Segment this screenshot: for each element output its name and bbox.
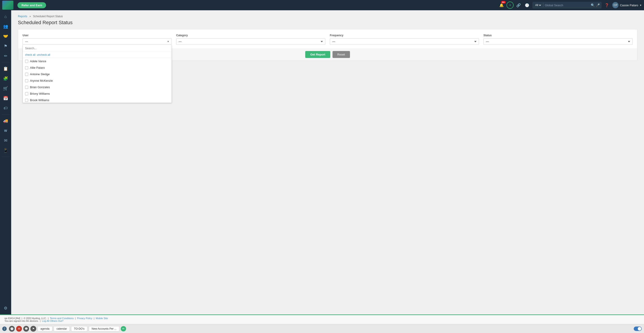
taskbar-calendar-btn[interactable]: calendar — [54, 326, 70, 331]
sidebar: ⌂ 👥 🤝 ⚑ ✏ 📋 🧩 🛒 📅 🏷 🚚 W ✉ 📱 ⚙ — [0, 10, 11, 314]
dropdown-checkbox[interactable] — [25, 60, 28, 63]
voice-search-icon[interactable]: 🎤 — [596, 3, 600, 7]
sidebar-item-truck[interactable]: 🚚 — [1, 116, 10, 125]
status-filter-label: Status — [484, 34, 632, 37]
dropdown-item[interactable]: Arynne McKenzie — [23, 77, 172, 84]
footer-log-out-link[interactable]: Log All Others Out? — [42, 319, 64, 322]
dropdown-item-label: Brook Williams — [30, 99, 49, 102]
reset-button[interactable]: Reset — [332, 51, 350, 58]
dropdown-checkbox[interactable] — [25, 99, 28, 102]
notification-badge: 99+ — [501, 1, 506, 4]
user-select-value: — — [25, 40, 28, 43]
sidebar-divider-3 — [2, 157, 10, 157]
sidebar-divider-2 — [2, 114, 10, 115]
dropdown-item-label: Antoine Sledge — [30, 73, 50, 76]
taskbar-badge: 2 — [2, 326, 7, 331]
link-icon-btn[interactable]: 🔗 — [515, 2, 522, 9]
frequency-filter-label: Frequency — [330, 34, 479, 37]
user-dropdown-arrow-icon: ▼ — [167, 40, 169, 43]
sidebar-item-home[interactable]: ⌂ — [1, 12, 10, 21]
taskbar-edit-icon[interactable]: ✏ — [121, 326, 126, 331]
taskbar-clock-icon[interactable]: 🕐 — [9, 326, 15, 332]
taskbar: 2 🕐 ✉ 💬 ⚑ agenda calendar TO-DO's New Ac… — [0, 324, 644, 333]
dropdown-checkbox[interactable] — [25, 92, 28, 95]
taskbar-flag-icon[interactable]: ⚑ — [30, 326, 36, 332]
sidebar-item-reports[interactable]: 📋 — [1, 64, 10, 73]
footer-privacy-link[interactable]: Privacy Policy — [77, 317, 92, 319]
sidebar-item-settings[interactable]: ⚙ — [1, 304, 10, 313]
sidebar-item-tags[interactable]: 🏷 — [1, 104, 10, 113]
search-divider — [543, 3, 544, 7]
dropdown-item[interactable]: Adele Vance — [23, 58, 172, 65]
header-icons: 🔔 99+ + 🔗 🕐 — [498, 2, 531, 9]
footer-line-2: You are signed into 66 devices. | Log Al… — [4, 319, 640, 322]
search-scope-select[interactable]: All — [534, 3, 542, 7]
breadcrumb-separator: » — [29, 15, 31, 18]
sidebar-item-web[interactable]: W — [1, 126, 10, 135]
sidebar-item-flag[interactable]: ⚑ — [1, 42, 10, 51]
check-all-link[interactable]: check all — [25, 53, 36, 56]
dropdown-item-label: Brian Gonzales — [30, 86, 50, 89]
category-filter-label: Category — [176, 34, 325, 37]
user-dropdown-panel: check all uncheck all Adele VanceAllie P… — [22, 45, 172, 103]
taskbar-email-icon[interactable]: ✉ — [16, 326, 22, 332]
user-filter-label: User — [22, 34, 172, 37]
footer-mobile-link[interactable]: Mobile Site — [96, 317, 108, 319]
footer-terms-link[interactable]: Terms and Conditions — [50, 317, 74, 319]
dropdown-checkbox[interactable] — [25, 66, 28, 69]
sidebar-item-calendar[interactable]: 📅 — [1, 94, 10, 103]
category-select[interactable]: — — [176, 38, 325, 45]
taskbar-agenda-btn[interactable]: agenda — [38, 326, 52, 331]
user-name: Cassie Pataro — [620, 4, 638, 7]
add-icon-btn[interactable]: + — [506, 2, 514, 9]
sidebar-item-sms[interactable]: 📱 — [1, 146, 10, 155]
get-report-button[interactable]: Get Report — [305, 51, 330, 58]
user-menu[interactable]: CP Cassie Pataro ▼ — [612, 2, 642, 8]
filter-row-1: User — ▼ check all uncheck all — [22, 34, 632, 45]
status-select[interactable]: — — [484, 38, 632, 45]
search-submit-icon[interactable]: 🔍 — [591, 3, 594, 7]
sidebar-item-contacts[interactable]: 👥 — [1, 22, 10, 31]
footer-signed-in-text: You are signed into 66 devices. — [4, 319, 38, 322]
sidebar-item-deals[interactable]: 🤝 — [1, 32, 10, 41]
dropdown-item[interactable]: Brook Williams — [23, 97, 172, 103]
footer: qa 63414 [f4d] | © 2022 Aysling, LLC. | … — [0, 314, 644, 324]
frequency-filter-field: Frequency — — [330, 34, 479, 45]
sidebar-item-email[interactable]: ✉ — [1, 136, 10, 145]
dropdown-item[interactable]: Briony Williams — [23, 90, 172, 97]
taskbar-todo-btn[interactable]: TO-DO's — [71, 326, 88, 331]
app-logo[interactable] — [2, 1, 14, 10]
category-filter-field: Category — — [176, 34, 325, 45]
help-icon-btn[interactable]: ❓ — [603, 2, 610, 9]
footer-copyright: © 2022 Aysling, LLC. — [24, 317, 46, 319]
user-search-input[interactable] — [23, 45, 172, 52]
sidebar-item-modules[interactable]: 🧩 — [1, 74, 10, 83]
page-title: Scheduled Report Status — [18, 20, 637, 26]
uncheck-all-link[interactable]: uncheck all — [37, 53, 50, 56]
clock-icon-btn[interactable]: 🕐 — [524, 2, 531, 9]
global-search-input[interactable] — [545, 4, 590, 7]
dropdown-actions: check all uncheck all — [23, 52, 172, 58]
dropdown-item-label: Arynne McKenzie — [30, 79, 53, 82]
sidebar-item-edit[interactable]: ✏ — [1, 52, 10, 61]
sidebar-item-cart[interactable]: 🛒 — [1, 84, 10, 93]
dropdown-items-list: Adele VanceAllie PataroAntoine SledgeAry… — [23, 58, 172, 103]
notifications-icon-btn[interactable]: 🔔 99+ — [498, 2, 505, 9]
user-filter-field: User — ▼ check all uncheck all — [22, 34, 172, 45]
user-select-trigger[interactable]: — ▼ — [22, 38, 172, 45]
footer-line-1: qa 63414 [f4d] | © 2022 Aysling, LLC. | … — [4, 317, 640, 319]
taskbar-new-accounts-btn[interactable]: New Accounts Per ... — [89, 326, 120, 331]
breadcrumb-reports-link[interactable]: Reports — [18, 15, 27, 18]
frequency-select[interactable]: — — [330, 38, 479, 45]
dropdown-item[interactable]: Allie Pataro — [23, 65, 172, 71]
refer-earn-button[interactable]: Refer and Earn — [18, 2, 46, 8]
search-container: All 🔍 🎤 — [532, 2, 602, 9]
taskbar-toggle[interactable] — [634, 326, 642, 331]
dropdown-checkbox[interactable] — [25, 79, 28, 82]
dropdown-checkbox[interactable] — [25, 86, 28, 89]
taskbar-chat-icon[interactable]: 💬 — [23, 326, 29, 332]
dropdown-item[interactable]: Antoine Sledge — [23, 71, 172, 77]
sidebar-divider-1 — [2, 62, 10, 63]
dropdown-item[interactable]: Brian Gonzales — [23, 84, 172, 90]
dropdown-checkbox[interactable] — [25, 73, 28, 76]
